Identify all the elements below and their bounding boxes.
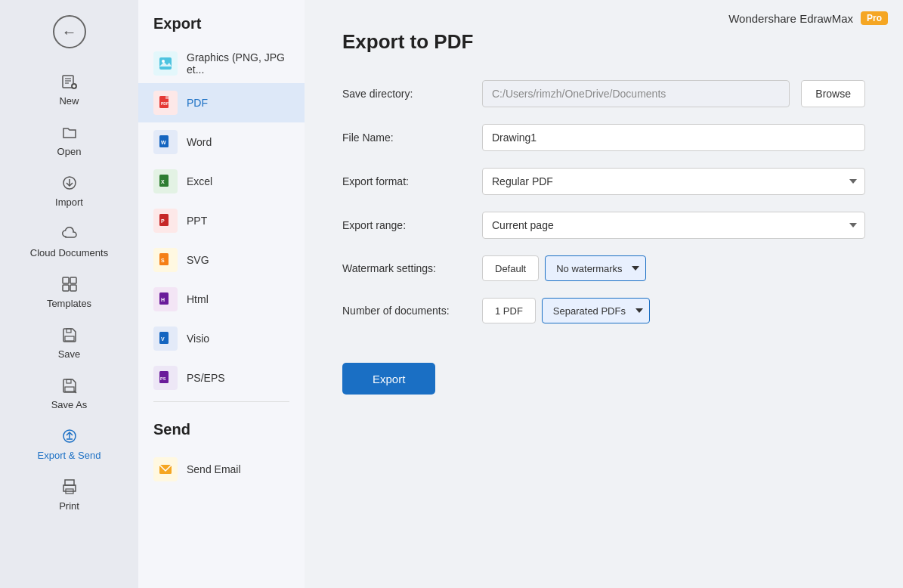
- export-range-row: Export range: Current page All pages Sel…: [342, 212, 865, 239]
- svg-icon: S: [153, 248, 178, 272]
- export-item-svg[interactable]: S SVG: [138, 240, 305, 280]
- save-directory-row: Save directory: Browse: [342, 80, 865, 107]
- file-name-row: File Name:: [342, 124, 865, 151]
- sidebar-item-export-label: Export & Send: [38, 450, 101, 461]
- main-content: Export to PDF Save directory: Browse Fil…: [305, 0, 903, 588]
- watermark-default-button[interactable]: Default: [482, 255, 539, 281]
- export-format-row: Export format: Regular PDF PDF/A PDF/X: [342, 168, 865, 195]
- documents-label: Number of documents:: [342, 305, 471, 317]
- saveas-icon: [59, 375, 80, 396]
- pdf-icon: PDF: [153, 91, 178, 115]
- export-item-word[interactable]: W Word: [138, 122, 305, 162]
- pdf-label: PDF: [187, 97, 208, 109]
- open-icon: [59, 122, 80, 143]
- svg-text:S: S: [161, 258, 165, 263]
- export-item-visio[interactable]: V Visio: [138, 319, 305, 358]
- svg-rect-12: [70, 285, 76, 291]
- watermark-label: Watermark settings:: [342, 262, 471, 274]
- graphics-icon: [153, 51, 178, 76]
- svg-text:P: P: [161, 218, 165, 224]
- documents-dropdown[interactable]: Separated PDFs Single PDF: [542, 298, 650, 323]
- send-email-item[interactable]: Send Email: [138, 450, 305, 489]
- export-item-graphics[interactable]: Graphics (PNG, JPG et...: [138, 44, 305, 83]
- svg-rect-16: [65, 387, 74, 391]
- sidebar-item-save-label: Save: [58, 348, 81, 360]
- visio-icon: V: [153, 326, 178, 351]
- svg-text:X: X: [161, 179, 165, 184]
- save-directory-label: Save directory:: [342, 88, 471, 100]
- back-button[interactable]: ←: [53, 15, 86, 48]
- save-directory-input[interactable]: [482, 80, 790, 107]
- export-format-label: Export format:: [342, 175, 471, 187]
- sidebar-item-new[interactable]: New: [0, 63, 138, 114]
- sidebar-item-cloud-label: Cloud Documents: [30, 247, 108, 258]
- new-icon: [59, 71, 80, 92]
- sidebar-item-saveas[interactable]: Save As: [0, 367, 138, 418]
- send-email-label: Send Email: [187, 463, 241, 475]
- sidebar-item-new-label: New: [59, 95, 79, 107]
- export-format-select[interactable]: Regular PDF PDF/A PDF/X: [482, 168, 865, 195]
- email-icon: [153, 457, 178, 481]
- excel-label: Excel: [187, 175, 212, 187]
- documents-options: 1 PDF Separated PDFs Single PDF: [482, 298, 650, 323]
- html-icon: H: [153, 287, 178, 311]
- svg-text:H: H: [161, 297, 165, 302]
- watermark-dropdown[interactable]: No watermarks Add watermark: [545, 255, 646, 281]
- svg-text:PDF: PDF: [161, 101, 169, 106]
- watermark-options: Default No watermarks Add watermark: [482, 255, 646, 281]
- export-range-label: Export range:: [342, 219, 471, 231]
- word-icon: W: [153, 130, 178, 154]
- svg-rect-21: [65, 480, 74, 485]
- templates-icon: [59, 274, 80, 295]
- graphics-label: Graphics (PNG, JPG et...: [187, 51, 289, 76]
- documents-row: Number of documents: 1 PDF Separated PDF…: [342, 298, 865, 323]
- sidebar-item-import[interactable]: Import: [0, 165, 138, 215]
- export-item-excel[interactable]: X Excel: [138, 162, 305, 201]
- cloud-icon: [59, 223, 80, 244]
- svg-text:V: V: [161, 336, 165, 342]
- sidebar-item-open-label: Open: [57, 146, 82, 157]
- send-section: Send Send Email: [138, 406, 305, 489]
- sidebar-item-print-label: Print: [59, 500, 79, 512]
- file-name-input[interactable]: [482, 124, 865, 151]
- svg-rect-10: [70, 277, 76, 283]
- browse-button[interactable]: Browse: [801, 80, 865, 107]
- ps-label: PS/EPS: [187, 372, 225, 384]
- app-name: Wondershare EdrawMax: [728, 12, 853, 25]
- svg-rect-14: [65, 336, 74, 341]
- divider: [153, 401, 289, 402]
- excel-icon: X: [153, 169, 178, 193]
- sidebar-item-saveas-label: Save As: [51, 399, 88, 410]
- export-range-select[interactable]: Current page All pages Selected pages: [482, 212, 865, 239]
- documents-1pdf-button[interactable]: 1 PDF: [482, 298, 536, 323]
- pro-badge: Pro: [861, 11, 888, 25]
- sidebar-item-import-label: Import: [55, 197, 83, 208]
- file-name-label: File Name:: [342, 132, 471, 144]
- sidebar-item-export[interactable]: Export & Send: [0, 418, 138, 469]
- export-item-ppt[interactable]: P PPT: [138, 201, 305, 240]
- save-icon: [59, 324, 80, 345]
- ppt-icon: P: [153, 209, 178, 233]
- sidebar-item-cloud[interactable]: Cloud Documents: [0, 215, 138, 266]
- svg-text:PS: PS: [160, 376, 166, 381]
- sidebar-item-save[interactable]: Save: [0, 317, 138, 367]
- sidebar: ← New Open: [0, 0, 138, 588]
- send-panel-title: Send: [138, 406, 305, 450]
- sidebar-item-print[interactable]: Print: [0, 469, 138, 519]
- export-item-pdf[interactable]: PDF PDF: [138, 83, 305, 122]
- sidebar-item-templates[interactable]: Templates: [0, 266, 138, 317]
- export-list-panel: Export Graphics (PNG, JPG et... PDF PDF: [138, 0, 305, 588]
- visio-label: Visio: [187, 333, 209, 345]
- export-panel-title: Export: [138, 15, 305, 44]
- watermark-row: Watermark settings: Default No watermark…: [342, 255, 865, 281]
- svg-label: SVG: [187, 254, 209, 266]
- svg-rect-27: [165, 96, 169, 99]
- sidebar-item-open[interactable]: Open: [0, 114, 138, 165]
- print-icon: [59, 476, 80, 497]
- export-button[interactable]: Export: [342, 363, 435, 395]
- export-item-html[interactable]: H Html: [138, 280, 305, 319]
- svg-text:W: W: [161, 140, 166, 145]
- word-label: Word: [187, 136, 212, 148]
- ps-icon: PS: [153, 366, 178, 390]
- export-item-ps[interactable]: PS PS/EPS: [138, 358, 305, 398]
